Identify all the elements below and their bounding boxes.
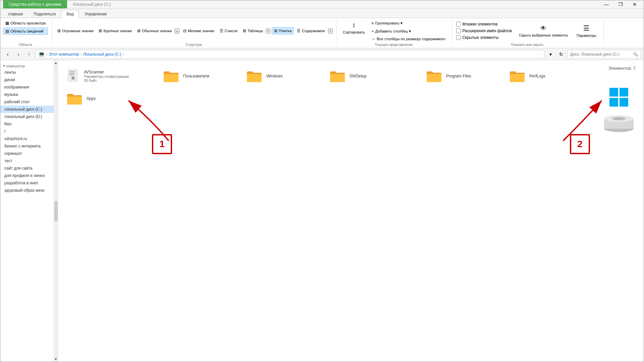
sidebar-item-lenты[interactable]: ленты [0, 69, 54, 76]
flags-checkbox-label[interactable]: Флажки элементов [455, 21, 513, 27]
sidebar-item-music[interactable]: музыка [0, 91, 54, 98]
search-input[interactable] [570, 52, 632, 57]
hidden-checkbox[interactable] [456, 35, 461, 40]
computer-icon: 💻 [38, 51, 45, 57]
breadcrumb-bar[interactable]: 💻 › Этот компьютер › Локальный диск (C:)… [35, 50, 544, 59]
apps-name: Apps [87, 96, 96, 101]
windows-name: Windows [266, 74, 283, 78]
extensions-checkbox[interactable] [456, 28, 461, 33]
file-item-apps[interactable]: Apps [63, 89, 157, 108]
tab-share[interactable]: Поделиться [29, 10, 61, 18]
tile-btn[interactable]: ⊞ Плитка [272, 27, 294, 35]
sidebar-item-i[interactable]: I [0, 128, 54, 135]
file-item-perflogs[interactable]: PerfLogs [506, 66, 587, 86]
swsetup-name: SWSetup [350, 74, 367, 78]
refresh-button[interactable]: ↻ [556, 50, 566, 59]
hard-disk-icon [604, 112, 634, 133]
breadcrumb-disk-c[interactable]: Локальный диск (C:) [83, 52, 121, 57]
sidebar-scroll-up[interactable]: ▲ [54, 60, 58, 66]
sidebar-item-sayt[interactable]: сайт для сайта [0, 165, 54, 172]
scroll-more-btn[interactable]: ▼ [328, 28, 333, 34]
fit-cols-button[interactable]: ↔ Все столбцы по размеру содержимого [369, 36, 448, 42]
table-btn[interactable]: ⊞ Таблица [240, 27, 265, 35]
main-area: ▾ компьютер ленты диски изображения музы… [0, 60, 644, 362]
tab-view[interactable]: Вид [61, 10, 79, 18]
sidebar-item-desktop[interactable]: рабочий стол [0, 98, 54, 106]
sidebar-item-diski[interactable]: диски [0, 76, 54, 83]
annotation-box-1: 1 [152, 134, 172, 154]
sidebar-item-diskd[interactable]: локальный диск (D:) [0, 113, 54, 120]
svg-rect-11 [69, 75, 73, 75]
hidden-checkbox-label[interactable]: Скрытые элементы [455, 35, 513, 41]
big-icons-btn[interactable]: ⊞ Крупные значки [96, 27, 134, 35]
item-count: Элементов: 7 [608, 66, 636, 71]
scroll-down-btn[interactable]: ▼ [266, 28, 270, 34]
back-button[interactable]: ‹ [3, 50, 12, 59]
file-item-avscanner[interactable]: AVScanner Параметры конфигурации 30 байт [63, 66, 157, 86]
file-item-swsetup[interactable]: SWSetup [326, 66, 420, 86]
small-icons-btn[interactable]: ⊟ Мелкие значки [181, 27, 217, 35]
breadcrumb-computer[interactable]: Этот компьютер [49, 52, 79, 57]
oblast-section-label: Области [3, 43, 48, 47]
file-item-programfiles[interactable]: Program Files [423, 66, 503, 86]
maximize-button[interactable]: ❐ [614, 0, 627, 8]
scroll-up-btn[interactable]: ▲ [175, 28, 179, 34]
list-btn[interactable]: ☰ Список [217, 27, 240, 35]
sidebar-item-images[interactable]: изображения [0, 83, 54, 91]
normal-icons-btn[interactable]: ⊞ Обычные значки [135, 27, 174, 35]
programfiles-name: Program Files [446, 74, 471, 78]
structure-section-label: Структура [55, 43, 333, 47]
ribbon-top-tabs: Средства работы с дисками Локальный диск… [0, 0, 644, 9]
small-icons-icon: ⊟ [183, 28, 186, 33]
hide-selected-button[interactable]: 👁 Скрыть выбранные элементы [516, 23, 571, 39]
tab-home[interactable]: главная [3, 10, 28, 18]
content-btn[interactable]: ☰ Содержимое [294, 27, 327, 35]
minimize-button[interactable]: — [600, 0, 613, 8]
forward-button[interactable]: › [14, 50, 23, 59]
preview-area-button[interactable]: ▦ Область просмотра [3, 19, 48, 27]
sidebar-item-profil[interactable]: для профиля и лично [0, 172, 54, 179]
details-icon: ▤ [5, 29, 9, 34]
file-grid: AVScanner Параметры конфигурации 30 байт… [63, 66, 638, 108]
polzovateli-folder-icon [163, 69, 179, 83]
sidebar-scroll-down[interactable]: ▼ [54, 356, 58, 362]
tab-manage[interactable]: Управление [79, 10, 112, 18]
sidebar-scrollbar-thumb[interactable] [54, 201, 58, 221]
sort-button[interactable]: ↕ Сортировать [340, 19, 368, 42]
annotation-box-2: 2 [570, 134, 590, 154]
sidebar-item-screenshot[interactable]: скриншот [0, 150, 54, 157]
perflogs-name: PerfLogs [529, 74, 545, 78]
sidebar-item-biznes[interactable]: бизнес с интернета [0, 142, 54, 150]
flags-checkbox[interactable] [456, 22, 461, 26]
sidebar-item-files[interactable]: files [0, 120, 54, 128]
close-button[interactable]: ✕ [628, 0, 641, 8]
sidebar-item-zdorovyi[interactable]: здоровый образ жизн [0, 187, 54, 194]
up-button[interactable]: ↑ [24, 50, 34, 59]
huge-icons-btn[interactable]: ⊞ Огромные значки [55, 27, 96, 35]
big-icons-icon: ⊞ [99, 28, 102, 33]
apps-folder-icon [66, 92, 83, 105]
disk-tools-tab[interactable]: Средства работы с дисками [3, 0, 67, 8]
extensions-checkbox-label[interactable]: Расширения имён файлов [455, 28, 513, 34]
group-button[interactable]: ≡ Группировать ▾ [369, 19, 448, 27]
fit-cols-icon: ↔ [372, 37, 376, 41]
windows-folder-icon [246, 69, 262, 83]
local-disk-title-tab[interactable]: Локальный диск (C:) [67, 0, 117, 8]
file-item-polzovateli[interactable]: Пользователи [160, 66, 240, 86]
sidebar-computer-label: компьютер [6, 64, 25, 68]
sidebar-item-diskc[interactable]: локальный диск (C:) [0, 106, 54, 113]
add-col-button[interactable]: + Добавить столбец ▾ [369, 27, 448, 35]
dropdown-breadcrumb-btn[interactable]: ▾ [546, 50, 555, 59]
polzovateli-name: Пользователи [183, 74, 209, 78]
ribbon-tabs-row: главная Поделиться Вид Управление [0, 9, 644, 18]
sidebar-item-vdrazhizni[interactable]: vdrazhizni.ru [0, 135, 54, 142]
drive-icon-area [602, 80, 636, 133]
search-bar[interactable]: 🔍 [567, 50, 641, 59]
sidebar-item-razrabot[interactable]: разработок в инет [0, 179, 54, 187]
avscanner-name: AVScanner [84, 70, 129, 74]
parameters-button[interactable]: ☰ Параметры [574, 22, 599, 39]
details-area-button[interactable]: ▤ Область сведений [3, 27, 48, 35]
sidebar-scrollbar[interactable]: ▲ ▼ [54, 60, 58, 362]
sidebar-item-test[interactable]: тест [0, 157, 54, 165]
file-item-windows[interactable]: Windows [243, 66, 324, 86]
